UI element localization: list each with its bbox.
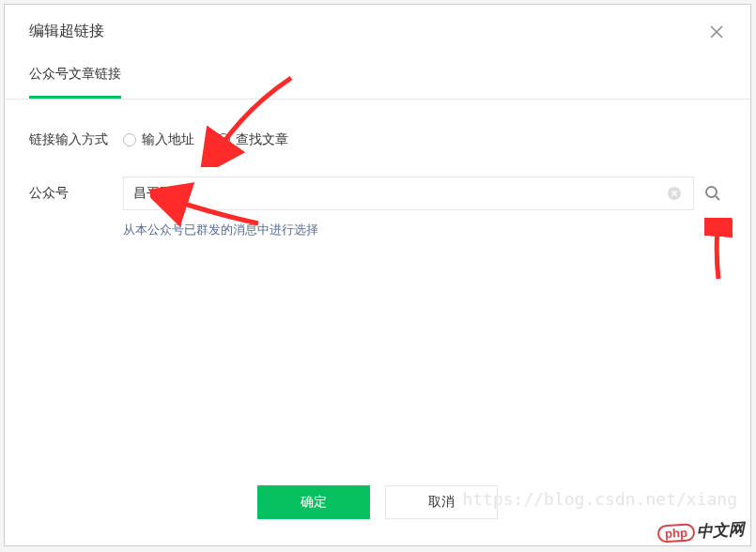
account-row: 公众号 — [29, 176, 722, 210]
confirm-button[interactable]: 确定 — [257, 485, 370, 519]
input-mode-options: 输入地址 查找文章 — [123, 131, 722, 148]
brand-php: php — [657, 523, 696, 543]
input-mode-label: 链接输入方式 — [29, 131, 123, 148]
tab-bar: 公众号文章链接 — [5, 53, 750, 100]
account-input-wrap — [123, 176, 694, 210]
clear-icon[interactable] — [667, 186, 682, 201]
radio-icon — [123, 133, 136, 146]
account-label: 公众号 — [29, 185, 123, 202]
dialog-title: 编辑超链接 — [29, 22, 104, 41]
dialog-header: 编辑超链接 — [5, 5, 750, 53]
dialog-body: 链接输入方式 输入地址 查找文章 公众号 — [5, 100, 750, 257]
account-content — [123, 176, 722, 210]
edit-hyperlink-dialog: 编辑超链接 公众号文章链接 链接输入方式 输入地址 查找文章 公众号 — [4, 4, 751, 546]
radio-label: 查找文章 — [236, 131, 288, 148]
search-icon[interactable] — [703, 184, 722, 203]
radio-enter-url[interactable]: 输入地址 — [123, 131, 194, 148]
brand-badge: php 中文网 — [657, 519, 746, 545]
svg-point-1 — [706, 187, 717, 197]
close-button[interactable] — [707, 23, 726, 41]
radio-label: 输入地址 — [142, 131, 194, 148]
select-from-sent-link[interactable]: 从本公众号已群发的消息中进行选择 — [123, 222, 722, 238]
tab-official-article-link[interactable]: 公众号文章链接 — [29, 53, 121, 99]
brand-cn: 中文网 — [696, 519, 745, 544]
close-icon — [707, 23, 726, 41]
account-input[interactable] — [133, 186, 667, 201]
radio-icon — [217, 133, 230, 146]
input-mode-row: 链接输入方式 输入地址 查找文章 — [29, 131, 722, 148]
radio-search-article[interactable]: 查找文章 — [217, 131, 288, 148]
watermark-text: https://blog.csdn.net/xiang — [462, 489, 737, 509]
